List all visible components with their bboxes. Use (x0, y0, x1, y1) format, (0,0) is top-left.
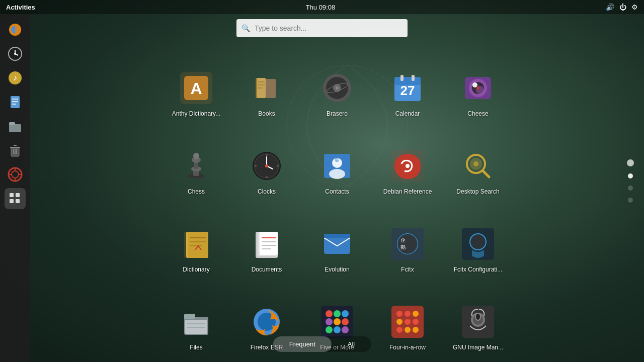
app-label-brasero: Brasero (327, 110, 348, 117)
svg-point-54 (472, 82, 477, 87)
svg-point-119 (326, 318, 333, 325)
app-icon-gnu-image (460, 304, 496, 340)
svg-rect-99 (324, 234, 350, 238)
app-icon-firefox-esr (249, 304, 285, 340)
app-icon-books (249, 70, 285, 106)
page-dot-2[interactable] (628, 173, 633, 178)
svg-point-120 (334, 318, 341, 325)
app-item-brasero[interactable]: Brasero (302, 49, 372, 122)
svg-text:A: A (190, 79, 202, 98)
svg-point-130 (405, 319, 411, 325)
app-item-anthy[interactable]: A Anthy Dictionary... (161, 49, 231, 122)
main-content: A Anthy Dictionary... Books Brasero 27 C… (30, 14, 644, 346)
sidebar-item-files[interactable] (5, 116, 26, 137)
svg-point-69 (265, 164, 268, 167)
app-label-chess: Chess (188, 188, 205, 195)
app-item-evolution[interactable]: Evolution (302, 205, 372, 278)
svg-rect-8 (11, 96, 20, 108)
app-item-calendar[interactable]: 27 Calendar (372, 49, 443, 122)
svg-rect-29 (16, 199, 20, 203)
app-icon-documents (249, 226, 285, 262)
svg-text:鹅: 鹅 (400, 244, 406, 250)
app-item-debian-ref[interactable]: Debian Reference (372, 127, 443, 200)
svg-point-118 (342, 310, 349, 317)
app-icon-fcitx-config (460, 226, 496, 262)
svg-point-134 (413, 327, 419, 333)
svg-point-123 (334, 326, 341, 333)
app-item-files[interactable]: Files (161, 283, 231, 356)
app-icon-debian-ref (389, 148, 426, 184)
svg-point-117 (334, 310, 341, 317)
svg-rect-109 (184, 314, 195, 319)
app-item-books[interactable]: Books (231, 49, 302, 122)
sidebar-item-clock[interactable] (5, 43, 26, 64)
sidebar-item-audio[interactable]: ♪ (5, 67, 26, 88)
app-label-documents: Documents (252, 266, 282, 273)
page-dot-3[interactable] (628, 186, 633, 191)
trash-icon (6, 141, 24, 159)
svg-point-71 (266, 176, 268, 178)
svg-point-72 (255, 165, 257, 167)
svg-point-56 (476, 86, 479, 89)
svg-rect-26 (10, 193, 14, 197)
svg-text:♪: ♪ (13, 73, 17, 82)
svg-point-122 (326, 326, 333, 333)
settings-icon[interactable]: ⚙ (631, 3, 638, 11)
svg-point-121 (342, 318, 349, 325)
app-item-desktop-search[interactable]: Desktop Search (443, 127, 513, 200)
svg-rect-87 (188, 232, 208, 258)
app-item-contacts[interactable]: @ Contacts (302, 127, 372, 200)
svg-point-128 (413, 311, 419, 317)
top-bar: Activities Thu 09:08 🔊 ⏻ ⚙ (0, 0, 644, 14)
tab-all[interactable]: All (332, 336, 371, 352)
sidebar: ♪ (0, 14, 30, 362)
svg-point-76 (329, 169, 345, 179)
svg-point-70 (266, 154, 268, 156)
sidebar-item-document[interactable] (5, 92, 26, 113)
app-icon-contacts: @ (319, 148, 355, 184)
app-label-cheese: Cheese (467, 110, 488, 117)
datetime-display: Thu 09:08 (306, 4, 336, 11)
app-icon-evolution (319, 226, 355, 262)
app-item-dictionary[interactable]: Dictionary (161, 205, 231, 278)
app-item-cheese[interactable]: Cheese (443, 49, 513, 122)
svg-point-102 (397, 234, 418, 254)
app-item-fcitx[interactable]: 企鹅 Fcitx (372, 205, 443, 278)
app-label-desktop-search: Desktop Search (456, 188, 499, 195)
volume-icon[interactable]: 🔊 (606, 3, 614, 11)
svg-point-127 (405, 311, 411, 317)
app-item-documents[interactable]: Documents (231, 205, 302, 278)
app-item-chess[interactable]: Chess (161, 127, 231, 200)
search-container: 🔍 (236, 19, 408, 37)
page-dot-4[interactable] (628, 198, 633, 203)
app-icon-dictionary (178, 226, 214, 262)
app-item-gnu-image[interactable]: GNU Image Man... (443, 283, 513, 356)
app-icon-fcitx: 企鹅 (389, 226, 426, 262)
clock-sidebar-icon (6, 45, 24, 63)
app-item-clocks[interactable]: Clocks (231, 127, 302, 200)
app-label-books: Books (258, 110, 275, 117)
page-dot-1[interactable] (627, 159, 634, 166)
sidebar-item-trash[interactable] (5, 140, 26, 161)
app-icon-cheese (460, 70, 496, 106)
sidebar-item-help[interactable] (5, 164, 26, 185)
page-dots (627, 159, 634, 203)
svg-rect-27 (16, 193, 20, 197)
svg-point-21 (12, 171, 19, 178)
app-item-fcitx-config[interactable]: Fcitx Configurati... (443, 205, 513, 278)
svg-point-79 (406, 164, 410, 168)
sidebar-item-appgrid[interactable] (5, 188, 26, 209)
app-icon-chess (178, 148, 214, 184)
tab-frequent[interactable]: Frequent (273, 336, 332, 352)
activities-button[interactable]: Activities (6, 4, 35, 11)
sidebar-item-firefox[interactable] (5, 19, 26, 40)
app-item-four-in-a-row[interactable]: Four-in-a-row (372, 283, 443, 356)
files-sidebar-icon (6, 117, 24, 135)
app-icon-anthy: A (178, 70, 214, 106)
svg-text:@: @ (335, 156, 340, 162)
svg-rect-28 (10, 199, 14, 203)
svg-point-44 (336, 86, 339, 89)
search-input[interactable] (236, 19, 408, 37)
svg-point-84 (473, 161, 478, 166)
power-icon[interactable]: ⏻ (619, 3, 626, 11)
